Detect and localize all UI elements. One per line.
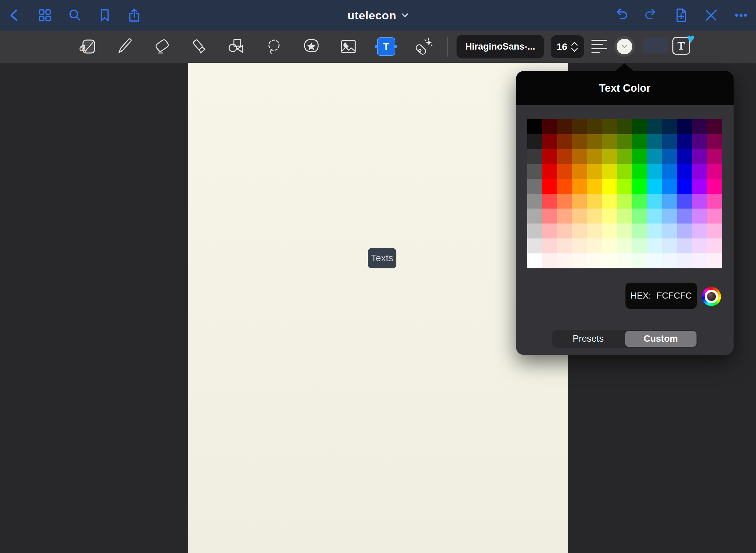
- color-swatch[interactable]: [632, 119, 647, 134]
- color-swatch[interactable]: [572, 194, 587, 209]
- color-swatch[interactable]: [572, 224, 587, 238]
- font-family-button[interactable]: HiraginoSans-...: [457, 35, 544, 58]
- color-swatch[interactable]: [692, 253, 707, 268]
- color-swatch[interactable]: [557, 194, 572, 209]
- color-swatch[interactable]: [692, 134, 707, 149]
- color-swatch[interactable]: [542, 164, 557, 179]
- color-swatch[interactable]: [617, 209, 632, 224]
- color-swatch[interactable]: [707, 119, 722, 134]
- color-swatch[interactable]: [677, 134, 692, 149]
- color-swatch[interactable]: [647, 119, 662, 134]
- color-swatch[interactable]: [677, 238, 692, 253]
- back-icon[interactable]: [6, 7, 22, 23]
- color-swatch[interactable]: [632, 134, 647, 149]
- color-swatch[interactable]: [557, 238, 572, 253]
- color-swatch[interactable]: [692, 209, 707, 224]
- color-swatch[interactable]: [602, 238, 617, 253]
- color-swatch[interactable]: [692, 164, 707, 179]
- color-swatch[interactable]: [617, 134, 632, 149]
- color-swatch[interactable]: [677, 253, 692, 268]
- color-swatch[interactable]: [602, 164, 617, 179]
- color-swatch[interactable]: [632, 209, 647, 224]
- color-swatch[interactable]: [572, 253, 587, 268]
- pen-disabled-icon[interactable]: [703, 7, 719, 23]
- color-swatch[interactable]: [632, 224, 647, 238]
- color-swatch[interactable]: [587, 119, 602, 134]
- color-swatch[interactable]: [587, 164, 602, 179]
- color-swatch[interactable]: [707, 149, 722, 164]
- color-swatch[interactable]: [677, 119, 692, 134]
- color-swatch[interactable]: [677, 224, 692, 238]
- color-swatch[interactable]: [587, 194, 602, 209]
- color-swatch[interactable]: [632, 164, 647, 179]
- color-swatch[interactable]: [662, 179, 677, 194]
- color-swatch[interactable]: [602, 149, 617, 164]
- add-page-icon[interactable]: [673, 7, 689, 23]
- color-swatch[interactable]: [662, 238, 677, 253]
- color-swatch[interactable]: [587, 179, 602, 194]
- redo-icon[interactable]: [643, 7, 659, 23]
- tab-custom[interactable]: Custom: [625, 331, 697, 347]
- read-mode-tool[interactable]: a: [78, 37, 97, 56]
- color-swatch[interactable]: [647, 194, 662, 209]
- color-swatch[interactable]: [542, 209, 557, 224]
- color-swatch[interactable]: [617, 224, 632, 238]
- color-swatch[interactable]: [647, 238, 662, 253]
- color-swatch[interactable]: [587, 134, 602, 149]
- lasso-tool[interactable]: [264, 37, 284, 56]
- color-swatch[interactable]: [542, 224, 557, 238]
- color-swatch[interactable]: [557, 134, 572, 149]
- color-swatch[interactable]: [617, 119, 632, 134]
- color-swatch[interactable]: [542, 238, 557, 253]
- text-color-button[interactable]: [614, 36, 635, 57]
- color-swatch[interactable]: [632, 194, 647, 209]
- color-swatch[interactable]: [572, 179, 587, 194]
- shapes-tool[interactable]: [226, 37, 246, 56]
- color-swatch[interactable]: [632, 149, 647, 164]
- color-swatch[interactable]: [632, 238, 647, 253]
- color-swatch[interactable]: [557, 179, 572, 194]
- text-align-button[interactable]: [591, 39, 607, 54]
- color-swatch[interactable]: [707, 224, 722, 238]
- color-swatch[interactable]: [617, 238, 632, 253]
- color-swatch[interactable]: [572, 209, 587, 224]
- color-swatch[interactable]: [632, 253, 647, 268]
- tab-presets[interactable]: Presets: [552, 330, 624, 348]
- text-object[interactable]: Texts: [368, 248, 396, 268]
- color-swatch[interactable]: [557, 209, 572, 224]
- color-swatch[interactable]: [587, 238, 602, 253]
- color-swatch[interactable]: [692, 179, 707, 194]
- color-swatch[interactable]: [647, 179, 662, 194]
- color-swatch[interactable]: [542, 134, 557, 149]
- color-swatch[interactable]: [707, 253, 722, 268]
- color-swatch[interactable]: [617, 253, 632, 268]
- color-swatch[interactable]: [662, 224, 677, 238]
- color-swatch[interactable]: [617, 194, 632, 209]
- color-swatch[interactable]: [662, 164, 677, 179]
- color-swatch[interactable]: [692, 149, 707, 164]
- color-swatch[interactable]: [572, 238, 587, 253]
- color-swatch[interactable]: [647, 164, 662, 179]
- text-tool-active[interactable]: T: [377, 37, 395, 56]
- color-swatch[interactable]: [692, 224, 707, 238]
- pages-overview-icon[interactable]: [37, 7, 53, 23]
- color-swatch[interactable]: [572, 119, 587, 134]
- pen-tool[interactable]: [115, 37, 134, 56]
- color-swatch[interactable]: [587, 224, 602, 238]
- color-swatch[interactable]: [707, 134, 722, 149]
- color-swatch[interactable]: [602, 179, 617, 194]
- color-swatch[interactable]: [527, 224, 542, 238]
- color-swatch[interactable]: [557, 164, 572, 179]
- color-swatch[interactable]: [602, 134, 617, 149]
- color-swatch[interactable]: [692, 238, 707, 253]
- laser-pointer-tool[interactable]: [413, 37, 433, 56]
- color-swatch[interactable]: [692, 119, 707, 134]
- undo-icon[interactable]: [614, 7, 629, 23]
- color-swatch[interactable]: [527, 164, 542, 179]
- color-swatch[interactable]: [677, 209, 692, 224]
- color-swatch[interactable]: [527, 253, 542, 268]
- color-swatch[interactable]: [662, 209, 677, 224]
- highlighter-tool[interactable]: [189, 37, 209, 56]
- color-swatch[interactable]: [602, 209, 617, 224]
- color-swatch[interactable]: [707, 209, 722, 224]
